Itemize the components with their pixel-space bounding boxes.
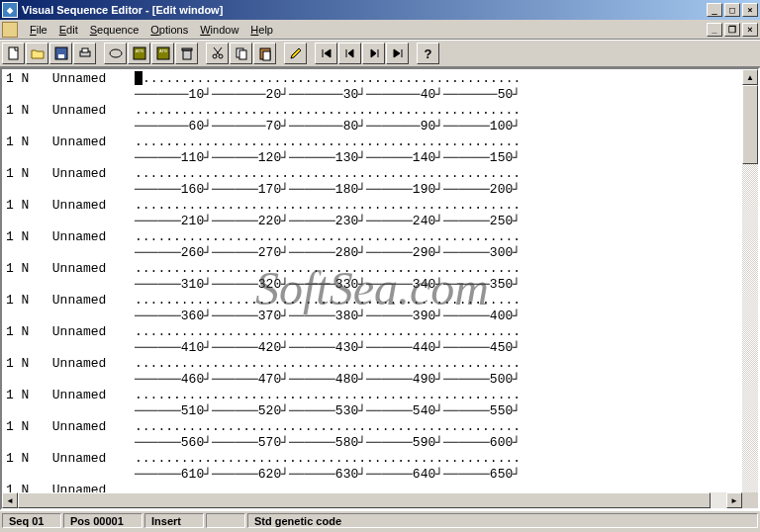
scroll-thumb-h[interactable] [18, 492, 711, 508]
row-label: 1 N Unnamed [6, 356, 135, 372]
ruler-row: ──────110┘──────120┘──────130┘──────140┘… [6, 150, 738, 166]
open-folder-icon [30, 45, 46, 61]
sequence-row: 1 N Unnamed ............................… [6, 134, 738, 150]
text-cursor [135, 71, 142, 85]
close-button[interactable]: × [742, 3, 758, 17]
svg-rect-4 [82, 48, 88, 52]
pencil-icon [288, 45, 304, 61]
row-label: 1 N Unnamed [6, 261, 135, 277]
scroll-corner [742, 492, 758, 508]
sequence-row: 1 N Unnamed ............................… [6, 293, 738, 309]
disk2-button[interactable]: ATG [151, 43, 174, 64]
new-button[interactable] [2, 43, 25, 64]
title-bar: ◆ Visual Sequence Editor - [Edit window]… [0, 0, 760, 20]
menu-file[interactable]: File [24, 22, 53, 38]
ruler-row: ──────410┘──────420┘──────430┘──────440┘… [6, 340, 738, 356]
first-button[interactable] [315, 43, 337, 64]
scroll-track-v[interactable] [742, 85, 758, 492]
prev-button[interactable] [338, 43, 361, 64]
scroll-up-button[interactable]: ▲ [742, 69, 758, 85]
menu-edit[interactable]: Edit [53, 22, 84, 38]
row-label: 1 N Unnamed [6, 198, 135, 214]
ruler-row: ───────60┘───────70┘───────80┘───────90┘… [6, 119, 738, 134]
ruler-row: ──────210┘──────220┘──────230┘──────240┘… [6, 214, 738, 229]
sequence-dots: ........................................… [135, 419, 521, 435]
scroll-right-button[interactable]: ► [726, 492, 742, 508]
row-label: 1 N Unnamed [6, 324, 135, 340]
svg-rect-11 [182, 48, 192, 50]
open-button[interactable] [26, 43, 48, 64]
ruler-row: ──────310┘──────320┘──────330┘──────340┘… [6, 277, 738, 293]
row-label: 1 N Unnamed [6, 103, 135, 119]
document-icon [2, 22, 18, 38]
maximize-button[interactable]: □ [724, 3, 740, 17]
editor-frame: 1 N Unnamed ............................… [0, 67, 760, 510]
ruler-row: ──────260┘──────270┘──────280┘──────290┘… [6, 245, 738, 261]
printer-icon [77, 45, 93, 61]
new-file-icon [6, 45, 22, 61]
sequence-editor[interactable]: 1 N Unnamed ............................… [2, 69, 742, 508]
prev-arrow-icon [342, 45, 358, 61]
row-label: 1 N Unnamed [6, 71, 135, 87]
scissors-icon [210, 45, 226, 61]
copy-icon [234, 45, 249, 61]
sequence-dots: ........................................… [135, 198, 521, 214]
minimize-button[interactable]: _ [707, 3, 722, 17]
sequence-dots: ........................................… [135, 293, 521, 309]
scroll-track-h[interactable] [18, 492, 726, 508]
vertical-scrollbar[interactable]: ▲ ▼ [742, 69, 758, 508]
sequence-row: 1 N Unnamed ............................… [6, 198, 738, 214]
row-label: 1 N Unnamed [6, 419, 135, 435]
sequence-row: 1 N Unnamed ............................… [6, 261, 738, 277]
svg-rect-17 [263, 51, 270, 60]
copy-button[interactable] [230, 43, 252, 64]
row-label: 1 N Unnamed [6, 388, 135, 403]
pencil-button[interactable] [284, 43, 307, 64]
sequence-row: 1 N Unnamed ............................… [6, 103, 738, 119]
disk1-button[interactable]: ATG [128, 43, 150, 64]
sequence-dots: ........................................… [135, 134, 521, 150]
print-button[interactable] [73, 43, 96, 64]
sequence-dots: ........................................… [135, 103, 521, 119]
oval-icon [108, 45, 124, 61]
circle-button[interactable] [104, 43, 127, 64]
first-arrow-icon [319, 45, 334, 61]
status-seq: Seq 01 [2, 513, 61, 528]
horizontal-scrollbar[interactable]: ◄ ► [2, 492, 742, 508]
row-label: 1 N Unnamed [6, 166, 135, 182]
ruler-row: ──────610┘──────620┘──────630┘──────640┘… [6, 467, 738, 483]
ruler-row: ──────560┘──────570┘──────580┘──────590┘… [6, 435, 738, 451]
ruler-row: ──────160┘──────170┘──────180┘──────190┘… [6, 182, 738, 198]
mdi-minimize-button[interactable]: _ [707, 23, 722, 37]
mdi-restore-button[interactable]: ❐ [724, 23, 740, 37]
menu-sequence[interactable]: Sequence [84, 22, 145, 38]
scroll-left-button[interactable]: ◄ [2, 492, 18, 508]
cut-button[interactable] [206, 43, 229, 64]
last-button[interactable] [386, 43, 409, 64]
help-button[interactable]: ? [417, 43, 439, 64]
save-button[interactable] [49, 43, 72, 64]
save-disk-icon [53, 45, 69, 61]
status-genetic: Std genetic code [247, 513, 758, 528]
svg-rect-15 [239, 50, 246, 59]
svg-rect-10 [183, 50, 191, 59]
sequence-dots: ........................................… [135, 451, 521, 467]
svg-text:ATG: ATG [159, 48, 167, 53]
menu-help[interactable]: Help [244, 22, 279, 38]
scroll-thumb-v[interactable] [742, 85, 758, 164]
next-arrow-icon [366, 45, 382, 61]
paste-button[interactable] [253, 43, 276, 64]
delete-button[interactable] [175, 43, 198, 64]
disk-atg2-icon: ATG [155, 45, 171, 61]
question-icon: ? [425, 46, 432, 61]
next-button[interactable] [362, 43, 385, 64]
svg-text:ATG: ATG [136, 48, 143, 53]
mdi-close-button[interactable]: × [742, 23, 758, 37]
status-pos: Pos 00001 [63, 513, 142, 528]
sequence-row: 1 N Unnamed ............................… [6, 324, 738, 340]
menu-options[interactable]: Options [144, 22, 194, 38]
sequence-row: 1 N Unnamed ............................… [6, 71, 738, 87]
menu-window[interactable]: Window [194, 22, 244, 38]
sequence-row: 1 N Unnamed ............................… [6, 229, 738, 245]
menu-bar: File Edit Sequence Options Window Help _… [0, 20, 760, 40]
